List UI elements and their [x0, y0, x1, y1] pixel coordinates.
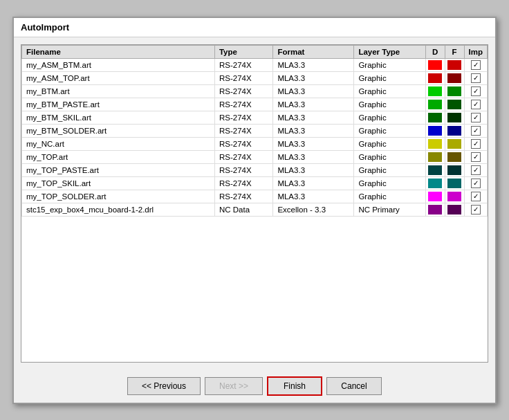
cell-filename: my_BTM_SOLDER.art	[22, 124, 215, 137]
table-row: my_BTM_SOLDER.artRS-274XMLA3.3Graphic✓	[22, 124, 488, 137]
col-imp: Imp	[464, 45, 487, 58]
cell-format: MLA3.3	[273, 150, 354, 163]
table-row: my_TOP_PASTE.artRS-274XMLA3.3Graphic✓	[22, 163, 488, 176]
cell-type: RS-274X	[214, 190, 272, 203]
cell-imp: ✓	[464, 98, 487, 111]
cell-format: MLA3.3	[273, 190, 354, 203]
cell-format: MLA3.3	[273, 84, 354, 98]
cell-filename: my_BTM_PASTE.art	[22, 98, 215, 111]
col-layer-type: Layer Type	[354, 45, 425, 58]
cell-filename: my_TOP_PASTE.art	[22, 163, 215, 176]
cell-d-color	[425, 150, 445, 163]
next-button[interactable]: Next >>	[205, 377, 263, 395]
cell-imp: ✓	[464, 150, 487, 163]
table-row: my_NC.artRS-274XMLA3.3Graphic✓	[22, 137, 488, 150]
cell-f-color	[445, 190, 464, 203]
dialog-title: AutoImport	[14, 18, 495, 37]
cell-type: RS-274X	[214, 58, 272, 71]
dialog-footer: << Previous Next >> Finish Cancel	[14, 369, 495, 403]
cell-f-color	[445, 163, 464, 176]
previous-button[interactable]: << Previous	[127, 377, 201, 395]
table-row: my_TOP_SKIL.artRS-274XMLA3.3Graphic✓	[22, 176, 488, 190]
cancel-button[interactable]: Cancel	[326, 377, 382, 395]
col-type: Type	[214, 45, 272, 58]
cell-format: Excellon - 3.3	[273, 203, 354, 216]
col-filename: Filename	[22, 45, 215, 58]
table-header-row: Filename Type Format Layer Type D F Imp	[22, 45, 488, 58]
cell-imp: ✓	[464, 163, 487, 176]
cell-type: RS-274X	[214, 124, 272, 137]
cell-f-color	[445, 124, 464, 137]
cell-filename: my_TOP_SKIL.art	[22, 176, 215, 190]
cell-format: MLA3.3	[273, 71, 354, 84]
cell-format: MLA3.3	[273, 163, 354, 176]
cell-d-color	[425, 176, 445, 190]
cell-filename: my_TOP.art	[22, 150, 215, 163]
cell-f-color	[445, 98, 464, 111]
cell-d-color	[425, 58, 445, 71]
cell-layer-type: Graphic	[354, 71, 425, 84]
cell-layer-type: Graphic	[354, 137, 425, 150]
table-row: my_TOP_SOLDER.artRS-274XMLA3.3Graphic✓	[22, 190, 488, 203]
cell-f-color	[445, 176, 464, 190]
cell-format: MLA3.3	[273, 137, 354, 150]
cell-imp: ✓	[464, 124, 487, 137]
cell-format: MLA3.3	[273, 124, 354, 137]
cell-imp: ✓	[464, 71, 487, 84]
col-f: F	[445, 45, 464, 58]
cell-type: RS-274X	[214, 176, 272, 190]
cell-type: RS-274X	[214, 137, 272, 150]
cell-format: MLA3.3	[273, 111, 354, 124]
cell-filename: stc15_exp_box4_mcu_board-1-2.drl	[22, 203, 215, 216]
cell-d-color	[425, 71, 445, 84]
file-table-container: Filename Type Format Layer Type D F Imp …	[21, 44, 488, 363]
cell-d-color	[425, 124, 445, 137]
cell-layer-type: Graphic	[354, 150, 425, 163]
cell-d-color	[425, 190, 445, 203]
cell-filename: my_NC.art	[22, 137, 215, 150]
cell-format: MLA3.3	[273, 176, 354, 190]
table-row: my_ASM_TOP.artRS-274XMLA3.3Graphic✓	[22, 71, 488, 84]
cell-layer-type: NC Primary	[354, 203, 425, 216]
col-d: D	[425, 45, 445, 58]
cell-type: NC Data	[214, 203, 272, 216]
cell-imp: ✓	[464, 176, 487, 190]
cell-f-color	[445, 84, 464, 98]
finish-button[interactable]: Finish	[267, 376, 322, 396]
cell-d-color	[425, 137, 445, 150]
cell-layer-type: Graphic	[354, 98, 425, 111]
cell-f-color	[445, 150, 464, 163]
table-row: stc15_exp_box4_mcu_board-1-2.drlNC DataE…	[22, 203, 488, 216]
cell-type: RS-274X	[214, 150, 272, 163]
cell-d-color	[425, 98, 445, 111]
cell-imp: ✓	[464, 84, 487, 98]
cell-d-color	[425, 84, 445, 98]
cell-type: RS-274X	[214, 163, 272, 176]
table-row: my_ASM_BTM.artRS-274XMLA3.3Graphic✓	[22, 58, 488, 71]
cell-d-color	[425, 111, 445, 124]
dialog-content: Filename Type Format Layer Type D F Imp …	[14, 37, 495, 369]
cell-filename: my_ASM_TOP.art	[22, 71, 215, 84]
cell-layer-type: Graphic	[354, 163, 425, 176]
cell-f-color	[445, 111, 464, 124]
cell-imp: ✓	[464, 58, 487, 71]
table-row: my_BTM_PASTE.artRS-274XMLA3.3Graphic✓	[22, 98, 488, 111]
cell-imp: ✓	[464, 203, 487, 216]
cell-f-color	[445, 58, 464, 71]
cell-d-color	[425, 163, 445, 176]
col-format: Format	[273, 45, 354, 58]
cell-f-color	[445, 71, 464, 84]
cell-f-color	[445, 203, 464, 216]
cell-format: MLA3.3	[273, 98, 354, 111]
cell-layer-type: Graphic	[354, 190, 425, 203]
cell-layer-type: Graphic	[354, 58, 425, 71]
cell-f-color	[445, 137, 464, 150]
cell-imp: ✓	[464, 190, 487, 203]
cell-type: RS-274X	[214, 71, 272, 84]
cell-type: RS-274X	[214, 98, 272, 111]
cell-layer-type: Graphic	[354, 84, 425, 98]
file-table: Filename Type Format Layer Type D F Imp …	[21, 45, 488, 217]
cell-d-color	[425, 203, 445, 216]
table-row: my_BTM_SKIL.artRS-274XMLA3.3Graphic✓	[22, 111, 488, 124]
cell-layer-type: Graphic	[354, 124, 425, 137]
